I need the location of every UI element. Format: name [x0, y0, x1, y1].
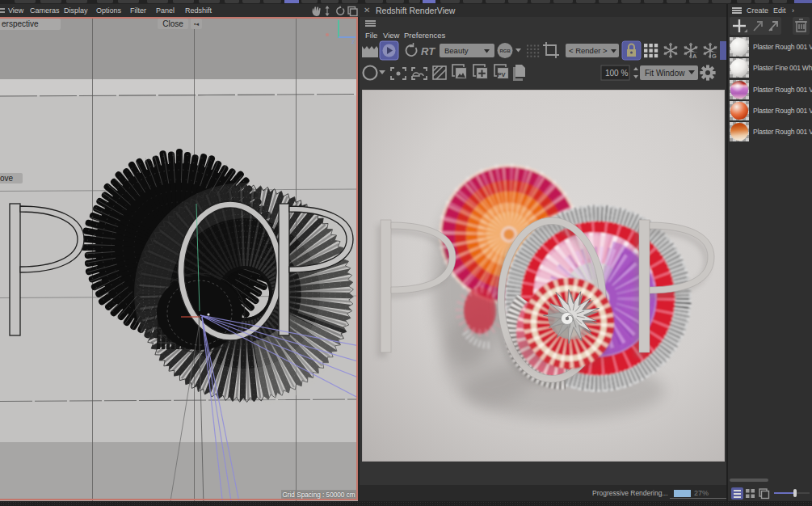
svg-text:G: G [712, 53, 717, 60]
svg-text:100 %: 100 % [605, 69, 628, 78]
svg-text:RGB: RGB [500, 48, 511, 53]
svg-text:Beauty: Beauty [444, 46, 469, 55]
svg-text:< Render >: < Render > [569, 46, 608, 55]
svg-text:Fit Window: Fit Window [645, 69, 685, 78]
svg-text:A: A [692, 53, 697, 60]
svg-text:PV: PV [498, 71, 506, 78]
svg-text:RT: RT [421, 45, 435, 57]
